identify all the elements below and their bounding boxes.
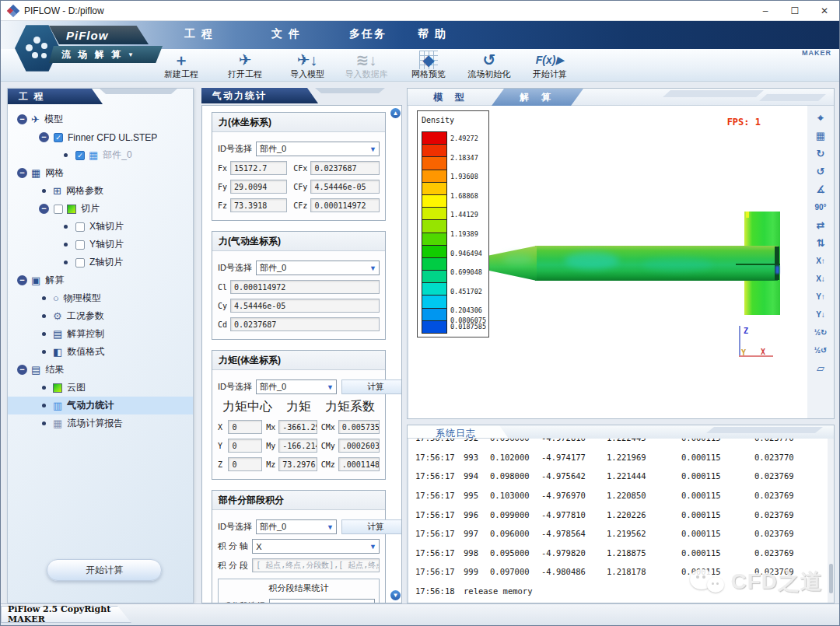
view-y-minus-icon[interactable]: Y↓ [810,306,831,323]
toolbar-button-导入数据库[interactable]: ≋↓导入数据库 [337,51,396,82]
maximize-button[interactable]: ☐ [780,1,810,20]
fit-view-icon[interactable]: ⌖ [810,109,831,127]
tree-item-X轴切片[interactable]: X轴切片 [8,218,193,236]
tree-item-解算控制[interactable]: ▤解算控制 [8,325,193,343]
field-label: ID号选择 [218,521,252,533]
menu-item-4[interactable]: 帮 助 [418,27,447,41]
toolbar-button-开始计算[interactable]: F(x)▶开始计算 [520,51,579,82]
legend-value: 1.93608 [450,173,478,180]
rotate-half-ccw-icon[interactable]: ½↺ [810,341,831,359]
tree-item-网格参数[interactable]: ⊞网格参数 [8,182,193,200]
value-label: Fx [218,164,227,173]
id-select-dropdown[interactable]: X▼ [252,539,380,554]
tree-item-Finner CFD UL.STEP[interactable]: −✓Finner CFD UL.STEP [8,128,193,146]
menu-item-3[interactable]: 多任务 [349,27,387,41]
value-field-CFx: 0.0237687 [310,161,380,175]
id-select-dropdown[interactable]: 部件_0▼ [256,379,337,394]
dropdown-value: 部件_0 [260,521,327,533]
legend-colorbar [422,131,447,334]
log-row: 17:56:179960.099000-4.9778101.2202260.00… [409,505,828,524]
menu-item-1[interactable]: 工 程 [184,27,214,41]
aero-row: 积 分 段[ 起点,终点,分段数],[ 起点,终点] [218,558,380,572]
checkbox-Finner CFD UL.STEP[interactable]: ✓ [54,133,63,142]
view-y-plus-icon[interactable]: Y↑ [810,288,831,306]
tree-item-Y轴切片[interactable]: Y轴切片 [8,236,193,254]
flip-horizontal-icon[interactable]: ⇄ [810,216,831,234]
rotate-cw-icon[interactable]: ↻ [810,145,831,163]
tree-item-Z轴切片[interactable]: Z轴切片 [8,254,193,271]
tree-item-网格[interactable]: −▦网格 [8,164,193,182]
moment-coef-field-CMz: .000114824 [338,457,380,471]
toolbar-button-流场初始化[interactable]: ↺流场初始化 [460,51,519,82]
calc-button[interactable]: 计算 [341,379,402,394]
tree-item-物理模型[interactable]: ○物理模型 [8,289,193,307]
view-x-minus-icon[interactable]: X↓ [810,270,831,288]
log-row: 17:56:179940.098000-4.9756421.2214440.00… [409,467,828,486]
scroll-up-icon[interactable]: ▲ [390,108,401,118]
flip-vertical-icon[interactable]: ⇅ [810,234,831,252]
mesh-display-icon[interactable]: ▦ [810,127,831,145]
tree-item-label: 切片 [81,202,100,215]
moment-field-My: -166.214 [278,439,317,453]
tree-item-label: 模型 [44,113,63,126]
tree-item-部件_0[interactable]: ✓▦部件_0 [8,146,193,164]
value-field-Cl: 0.000114972 [230,280,380,294]
value-field-Fz: 73.3918 [230,198,287,212]
section-plane-icon[interactable]: ▱ [810,359,831,377]
tree-item-结果[interactable]: −▤结果 [8,361,193,379]
rotate-ccw-icon[interactable]: ↺ [810,163,831,180]
viewport-panel: 模 型 解 算 FPS: 1 Density 2.492722.183471.9… [407,88,835,419]
tree-expander-icon[interactable]: − [17,365,27,375]
close-button[interactable]: ✕ [810,1,839,20]
tree-item-模型[interactable]: −✈模型 [8,110,193,128]
render-canvas[interactable]: FPS: 1 Density 2.492722.183471.936081.68… [409,106,807,418]
tree-expander-icon[interactable]: − [39,132,49,142]
value-field-Cy: 4.54446e-05 [230,299,380,313]
id-select-dropdown[interactable]: 部件_0▼ [256,261,380,275]
checkbox-Y轴切片[interactable] [75,240,85,250]
tab-model[interactable]: 模 型 [411,89,492,106]
tree-item-气动力统计[interactable]: ▥气动力统计 [8,397,193,414]
aero-row: Fz73.3918CFz0.000114972 [218,198,380,212]
scroll-down-icon[interactable]: ▼ [390,590,401,600]
tree-item-工况参数[interactable]: ⚙工况参数 [8,307,193,325]
menu-item-2[interactable]: 文 件 [271,27,301,41]
angle-view-icon[interactable]: ∡ [810,180,831,198]
checkbox-X轴切片[interactable] [75,222,85,232]
axis-y-label: Y [741,348,746,357]
tree-item-解算[interactable]: −▣解算 [8,271,193,289]
rotate-90-icon[interactable]: 90° [810,198,831,216]
view-x-plus-icon[interactable]: X↑ [810,252,831,270]
tree-expander-icon[interactable]: − [17,114,27,124]
tree-expander-icon[interactable]: − [39,204,49,214]
checkbox-部件_0[interactable]: ✓ [75,151,85,160]
start-compute-button[interactable]: 开始计算 [47,559,162,581]
tree-expander-icon[interactable]: − [17,168,27,178]
integral-segment-input[interactable]: [ 起点,终点,分段数],[ 起点,终点] [252,558,380,572]
aero-stats-icon: ▥ [53,400,62,411]
tree-item-切片[interactable]: −切片 [8,200,193,218]
solver-mode-dropdown[interactable]: 流 场 解 算 ▼ [49,46,163,63]
id-select-dropdown[interactable]: 部件_0▼ [256,142,380,156]
calc-button[interactable]: 计算 [341,519,402,534]
tab-solve[interactable]: 解 算 [492,89,583,106]
tree-expander-icon[interactable]: − [17,275,27,285]
toolbar-button-label: 网格预览 [411,68,446,80]
checkbox-切片[interactable] [54,205,63,214]
log-row: 17:56:179970.096000-4.9785641.2195620.00… [409,524,828,544]
toolbar-button-网格预览[interactable]: ◆网格预览 [399,51,458,82]
tree-item-云图[interactable]: 云图 [8,379,193,397]
rotate-half-cw-icon[interactable]: ½↻ [810,323,831,341]
value-label: CMy [321,442,335,450]
aero-section-力(体坐标系): 力(体坐标系)ID号选择部件_0▼Fx15172.7CFx0.0237687Fy… [212,112,386,221]
tree-item-流场计算报告[interactable]: ▦流场计算报告 [8,414,193,432]
checkbox-Z轴切片[interactable] [75,258,85,268]
minimize-button[interactable]: – [751,1,780,20]
toolbar-button-导入模型[interactable]: ✈↓导入模型 [278,51,337,82]
toolbar-button-label: 导入数据库 [345,68,388,80]
toolbar-button-打开工程[interactable]: ✈打开工程 [215,51,275,82]
log-scrollbar[interactable] [828,439,834,603]
id-select-dropdown[interactable]: 部件_0▼ [256,519,337,534]
tree-item-数值格式[interactable]: ◧数值格式 [8,343,193,361]
chevron-down-icon: ▼ [369,264,376,272]
